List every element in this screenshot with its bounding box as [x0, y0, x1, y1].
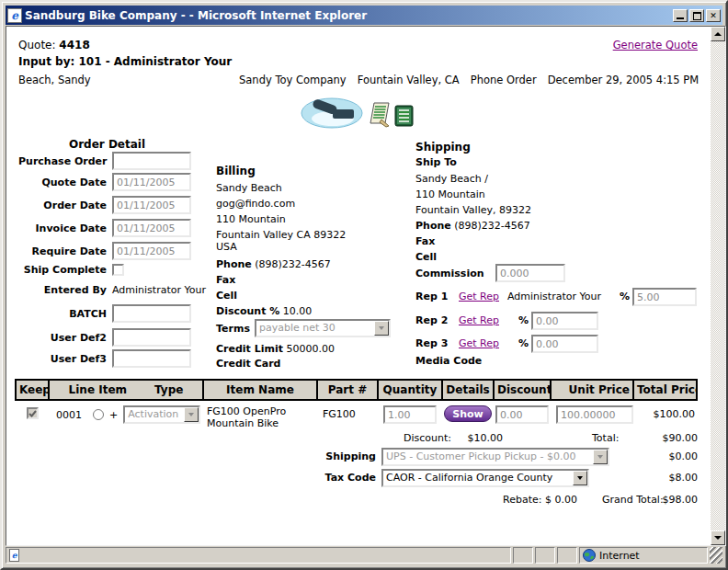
- generate-quote-link[interactable]: Generate Quote: [613, 39, 698, 51]
- rep1-name: Administrator Your: [507, 291, 601, 302]
- rep2-label: Rep 2: [415, 314, 448, 326]
- user-def3-label: User Def3: [18, 353, 112, 365]
- rep1-get-rep-link[interactable]: Get Rep: [459, 291, 499, 302]
- shipping-phone-value: (898)232-4567: [454, 220, 530, 232]
- maximize-icon: [693, 12, 701, 20]
- terms-label: Terms: [216, 323, 250, 335]
- ship-complete-label: Ship Complete: [18, 264, 112, 276]
- user-def2-input[interactable]: [112, 328, 191, 347]
- media-code-label: Media Code: [415, 355, 482, 367]
- col-part-number: Part #: [317, 380, 378, 400]
- terms-selected-value: payable net 30: [256, 321, 374, 336]
- shipping-phone-label: Phone: [415, 220, 451, 232]
- title-bar: e Sandburg Bike Company - - Microsoft In…: [6, 6, 722, 25]
- user-def2-label: User Def2: [18, 332, 112, 344]
- scroll-up-button[interactable]: [711, 27, 725, 41]
- grand-total-value: $98.00: [633, 494, 698, 506]
- purchase-order-label: Purchase Order: [18, 155, 112, 167]
- status-main-panel: e: [6, 547, 511, 564]
- rep2-get-rep-link[interactable]: Get Rep: [459, 314, 499, 326]
- billing-name: Sandy Beach: [216, 182, 282, 194]
- shipping-method-label: Shipping: [284, 450, 376, 462]
- show-details-button[interactable]: Show: [444, 405, 492, 422]
- ship-complete-checkbox[interactable]: [112, 264, 124, 276]
- minimize-button[interactable]: [673, 9, 688, 22]
- company-location: Fountain Valley, CA: [358, 74, 460, 86]
- scroll-down-icon: [714, 536, 722, 540]
- billing-email: gog@findo.com: [216, 198, 295, 210]
- rep1-pct-input: [632, 288, 697, 306]
- close-button[interactable]: ✕: [706, 9, 721, 22]
- tax-code-selected: CAOR - California Orange County: [383, 471, 573, 485]
- col-unit-price: Unit Price: [551, 380, 633, 400]
- col-keep: Keep: [16, 380, 49, 400]
- vertical-scrollbar[interactable]: [711, 27, 725, 545]
- page-content: Quote: 4418 Generate Quote Input by: 101…: [6, 27, 711, 545]
- order-type: Phone Order: [471, 74, 537, 86]
- line-items-table: Keep Line ItemType Item Name Part # Quan…: [15, 379, 698, 429]
- part-number: FG100: [317, 400, 378, 429]
- ship-to-label: Ship To: [415, 156, 457, 168]
- rep3-label: Rep 3: [415, 337, 448, 349]
- scroll-down-button[interactable]: [711, 530, 725, 545]
- address-book-icon[interactable]: [393, 104, 415, 131]
- shipping-fax-label: Fax: [415, 235, 435, 247]
- line-number: 0001: [56, 409, 82, 421]
- shipping-dropdown-arrow: [593, 450, 608, 464]
- page-icon: e: [9, 549, 19, 562]
- commission-input: [495, 264, 565, 282]
- billing-heading: Billing: [216, 165, 256, 177]
- quote-label: Quote:: [18, 39, 56, 51]
- purchase-order-input[interactable]: [112, 152, 191, 170]
- user-def3-input[interactable]: [112, 349, 191, 368]
- order-date-input: [112, 196, 191, 214]
- ship-to-address1: 110 Mountain: [415, 188, 485, 200]
- order-datetime: December 29, 2005 4:15 PM: [548, 74, 700, 86]
- quote-date-input: [112, 173, 191, 191]
- notes-icon[interactable]: [369, 101, 392, 131]
- expand-line-button[interactable]: +: [109, 409, 118, 421]
- order-total-value: $90.00: [633, 432, 698, 444]
- terms-dropdown-arrow: [374, 321, 389, 336]
- status-panel-2: [535, 547, 555, 564]
- batch-input[interactable]: [112, 304, 191, 323]
- terms-select: payable net 30: [255, 319, 391, 337]
- resize-grip[interactable]: [710, 547, 722, 564]
- company-name: Sandy Toy Company: [239, 74, 347, 86]
- line-type-select: Activation: [123, 405, 200, 424]
- browser-client-area: Quote: 4418 Generate Quote Input by: 101…: [6, 26, 726, 546]
- unit-price-input: [556, 405, 633, 424]
- logo-oval-icon[interactable]: [301, 97, 363, 131]
- globe-icon: [583, 549, 596, 562]
- rep2-pct-input: [531, 312, 598, 330]
- tax-code-select[interactable]: CAOR - California Orange County: [381, 469, 589, 487]
- scroll-up-icon: [714, 32, 722, 36]
- billing-address1: 110 Mountain: [216, 213, 286, 225]
- tax-dropdown-arrow: [573, 471, 587, 485]
- commission-label: Commission: [415, 268, 495, 279]
- line-type-radio[interactable]: [93, 409, 104, 420]
- credit-limit-value: 50000.00: [286, 343, 335, 355]
- maximize-button[interactable]: [689, 9, 704, 22]
- rep2-pct-label: %: [518, 314, 529, 326]
- order-date-label: Order Date: [18, 200, 112, 211]
- ship-to-address2: Fountain Valley, 89322: [415, 204, 531, 216]
- input-by-line: Input by: 101 - Administrator Your: [18, 55, 232, 68]
- credit-limit-label: Credit Limit: [216, 343, 283, 355]
- col-line-item: Line Item: [69, 383, 127, 396]
- credit-card-label: Credit Card: [216, 358, 281, 370]
- col-total-price: Total Price: [633, 380, 697, 400]
- entered-by-value: Administrator Your: [112, 284, 206, 296]
- tax-amount: $8.00: [633, 472, 698, 484]
- status-panel-1: [513, 547, 533, 564]
- rep3-get-rep-link[interactable]: Get Rep: [459, 337, 499, 349]
- require-date-label: Require Date: [18, 245, 112, 257]
- billing-phone-value: (898)232-4567: [255, 258, 331, 270]
- line-discount-input: [495, 405, 549, 424]
- rep3-pct-input: [531, 335, 598, 353]
- line-type-dropdown-arrow: [184, 407, 199, 422]
- quote-date-label: Quote Date: [18, 177, 112, 188]
- entered-by-label: Entered By: [18, 284, 112, 296]
- billing-discount-label: Discount %: [216, 305, 279, 317]
- rep3-pct-label: %: [518, 337, 529, 349]
